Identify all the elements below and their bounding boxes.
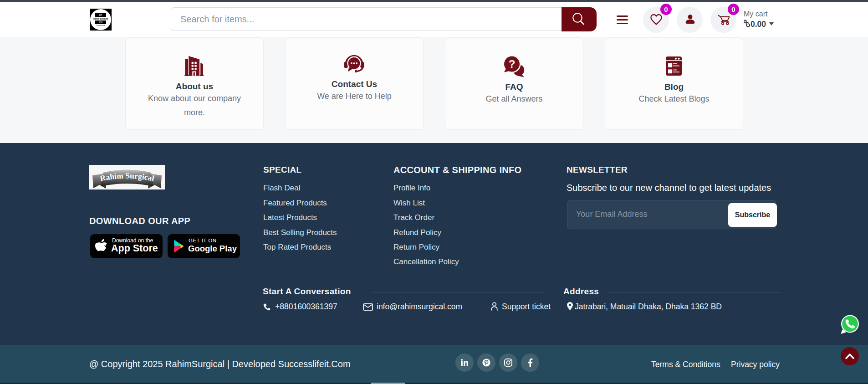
svg-text:?: ?	[509, 58, 516, 70]
